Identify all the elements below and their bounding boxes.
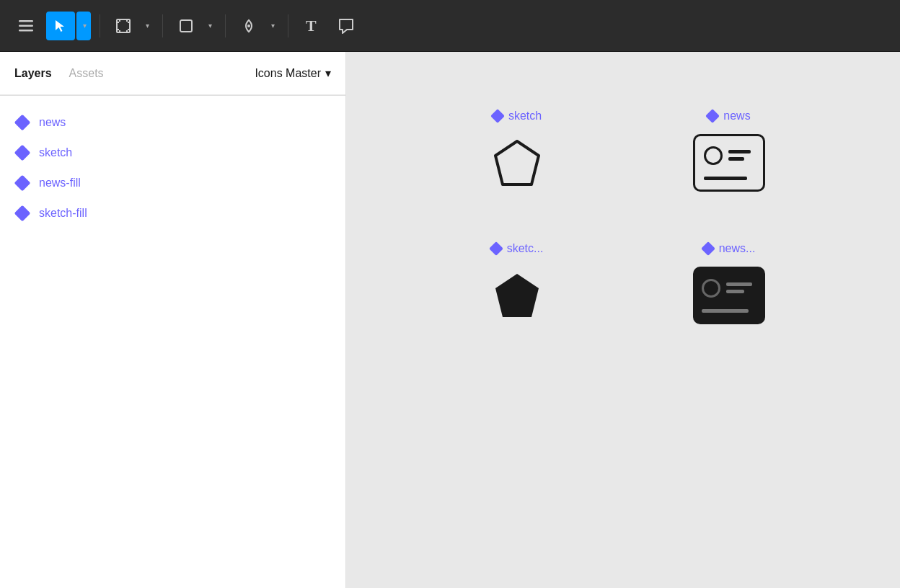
news-outline-visual bbox=[693, 134, 765, 192]
icon-label-sketch: sketch bbox=[493, 110, 542, 122]
frame-tool-group: ▾ bbox=[109, 12, 154, 40]
page-name: Icons Master bbox=[255, 67, 321, 80]
svg-rect-3 bbox=[117, 19, 130, 32]
shape-tool-button[interactable] bbox=[172, 12, 200, 40]
icon-card-sketch-outline[interactable]: sketch bbox=[433, 110, 601, 199]
layer-name-sketch: sketch bbox=[39, 146, 72, 159]
news-row-top bbox=[704, 146, 754, 165]
component-icon-sketch bbox=[14, 145, 30, 161]
canvas-content: sketch news bbox=[346, 52, 900, 588]
toolbar-separator-2 bbox=[162, 14, 163, 37]
news-filled-card bbox=[693, 267, 765, 324]
news-outline-card bbox=[693, 134, 765, 192]
news-fill-lines-group bbox=[726, 282, 756, 293]
canvas-area[interactable]: sketch news bbox=[346, 52, 900, 588]
icon-label-text-news: news bbox=[723, 110, 750, 122]
icon-card-sketch-fill[interactable]: sketc... bbox=[433, 242, 601, 331]
news-line-bottom-long bbox=[704, 177, 747, 180]
sketch-outline-visual bbox=[485, 134, 550, 199]
toolbar-separator-4 bbox=[288, 14, 288, 37]
news-lines-group bbox=[728, 150, 754, 161]
frame-dropdown-arrow: ▾ bbox=[146, 22, 149, 30]
select-dropdown-arrow: ▾ bbox=[83, 22, 87, 30]
frame-tool-dropdown[interactable]: ▾ bbox=[139, 12, 154, 40]
left-panel: Layers Assets Icons Master ▾ news sketch bbox=[0, 52, 346, 588]
select-tool-group: ▾ bbox=[46, 12, 91, 40]
text-tool-button[interactable]: T bbox=[297, 12, 326, 40]
component-icon-news-fill bbox=[14, 175, 30, 191]
pen-dropdown-arrow: ▾ bbox=[271, 22, 275, 30]
main-layout: Layers Assets Icons Master ▾ news sketch bbox=[0, 52, 900, 588]
news-circle bbox=[704, 146, 723, 165]
icon-label-text-sketch-fill: sketc... bbox=[507, 242, 544, 255]
shape-tool-group: ▾ bbox=[172, 12, 216, 40]
news-line-long bbox=[728, 150, 751, 153]
svg-marker-15 bbox=[495, 141, 539, 184]
component-icon-news bbox=[14, 115, 30, 130]
layer-item-news-fill[interactable]: news-fill bbox=[0, 168, 345, 198]
layers-list: news sketch news-fill sketch-fill bbox=[0, 96, 345, 240]
svg-text:T: T bbox=[306, 18, 317, 34]
sketch-fill-visual bbox=[485, 267, 550, 331]
news-fill-line-bottom bbox=[702, 309, 749, 313]
layer-item-news[interactable]: news bbox=[0, 107, 345, 138]
page-dropdown-arrow: ▾ bbox=[325, 66, 331, 80]
comp-dot-news-fill bbox=[701, 241, 715, 256]
shape-dropdown-arrow: ▾ bbox=[208, 22, 212, 30]
icon-label-news: news bbox=[707, 110, 750, 122]
icon-card-news-outline[interactable]: news bbox=[645, 110, 813, 199]
pen-tool-group: ▾ bbox=[234, 12, 279, 40]
panel-header: Layers Assets Icons Master ▾ bbox=[0, 52, 345, 95]
pen-tool-dropdown[interactable]: ▾ bbox=[265, 12, 279, 40]
tab-assets[interactable]: Assets bbox=[69, 64, 104, 83]
svg-rect-12 bbox=[180, 20, 192, 32]
toolbar-separator-3 bbox=[225, 14, 226, 37]
svg-marker-16 bbox=[495, 274, 539, 317]
layer-item-sketch-fill[interactable]: sketch-fill bbox=[0, 198, 345, 228]
component-icon-sketch-fill bbox=[14, 205, 30, 221]
pen-tool-button[interactable] bbox=[234, 12, 263, 40]
layer-name-sketch-fill: sketch-fill bbox=[39, 207, 87, 220]
frame-tool-button[interactable] bbox=[109, 12, 138, 40]
page-dropdown[interactable]: Icons Master ▾ bbox=[255, 66, 331, 80]
select-tool-dropdown[interactable]: ▾ bbox=[76, 12, 91, 40]
icon-grid: sketch news bbox=[346, 52, 900, 389]
comp-dot-news bbox=[705, 109, 720, 123]
news-fill-circle bbox=[702, 279, 720, 298]
svg-rect-0 bbox=[19, 20, 33, 22]
comp-dot-sketch-fill bbox=[489, 241, 503, 256]
layer-name-news-fill: news-fill bbox=[39, 177, 81, 190]
comp-dot-sketch bbox=[490, 109, 505, 123]
toolbar-separator-1 bbox=[100, 14, 100, 37]
svg-rect-2 bbox=[19, 30, 33, 32]
news-fill-row-top bbox=[702, 279, 756, 298]
svg-rect-1 bbox=[19, 24, 33, 27]
news-fill-line-long bbox=[726, 282, 752, 286]
layer-item-sketch[interactable]: sketch bbox=[0, 138, 345, 168]
icon-label-text-sketch: sketch bbox=[508, 110, 542, 122]
tab-layers[interactable]: Layers bbox=[14, 64, 52, 83]
svg-point-13 bbox=[247, 24, 250, 27]
news-line-short bbox=[728, 157, 744, 161]
toolbar: ▾ ▾ ▾ bbox=[0, 0, 900, 52]
shape-tool-dropdown[interactable]: ▾ bbox=[202, 12, 216, 40]
comment-tool-button[interactable] bbox=[332, 12, 361, 40]
icon-label-news-fill: news... bbox=[703, 242, 756, 255]
select-tool-button[interactable] bbox=[46, 12, 75, 40]
layer-name-news: news bbox=[39, 116, 66, 129]
news-fill-line-short bbox=[726, 290, 744, 293]
icon-card-news-fill[interactable]: news... bbox=[645, 242, 813, 331]
icon-label-sketch-fill: sketc... bbox=[491, 242, 544, 255]
news-fill-visual bbox=[693, 267, 765, 324]
icon-label-text-news-fill: news... bbox=[719, 242, 756, 255]
menu-button[interactable] bbox=[12, 12, 40, 40]
